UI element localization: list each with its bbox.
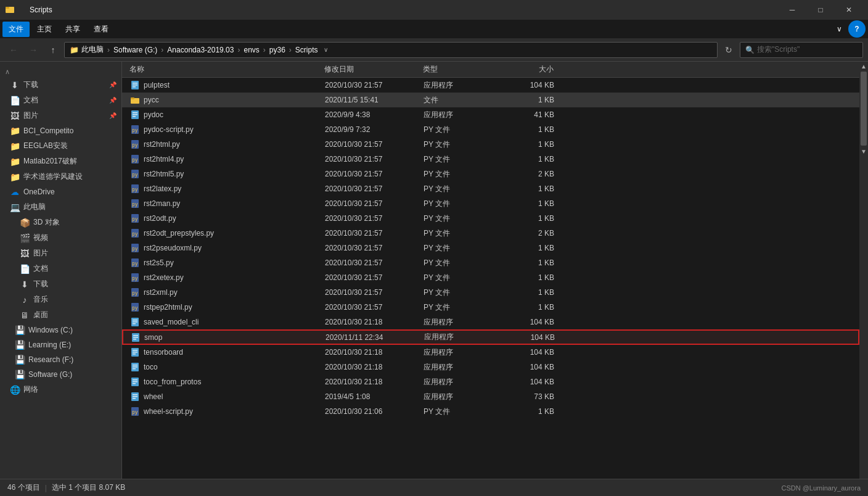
sidebar-pc-item-3[interactable]: 📄 文档 bbox=[10, 261, 121, 276]
table-row[interactable]: py rst2xetex.py 2020/10/30 21:57 PY 文件 1… bbox=[122, 270, 859, 285]
table-row[interactable]: py rst2html4.py 2020/10/30 21:57 PY 文件 1… bbox=[122, 152, 859, 167]
pc-item-label-3: 文档 bbox=[33, 263, 48, 274]
maximize-button[interactable]: □ bbox=[806, 0, 835, 20]
table-row[interactable]: pulptest 2020/10/30 21:57 应用程序 104 KB bbox=[122, 78, 859, 93]
sidebar-quick-item-5[interactable]: 📁 Matlab2017破解 bbox=[0, 154, 121, 169]
minimize-button[interactable]: ─ bbox=[778, 0, 806, 20]
breadcrumb-this-pc[interactable]: 此电脑 bbox=[81, 44, 104, 55]
col-header-size[interactable]: 大小 bbox=[497, 64, 559, 75]
sidebar-quick-item-3[interactable]: 📁 BCI_Competito bbox=[0, 123, 121, 138]
up-button[interactable]: ↑ bbox=[44, 41, 62, 59]
menu-expand[interactable]: ∨ bbox=[832, 22, 847, 36]
file-icon-3: py bbox=[130, 125, 140, 134]
breadcrumb-drive[interactable]: Software (G:) bbox=[113, 46, 157, 54]
sidebar-drive-2[interactable]: 💾 Research (F:) bbox=[5, 352, 121, 367]
scroll-up-arrow[interactable]: ▲ bbox=[859, 62, 868, 70]
table-row[interactable]: py rst2odt_prepstyles.py 2020/10/30 21:5… bbox=[122, 226, 859, 241]
table-row[interactable]: py wheel-script.py 2020/10/30 21:06 PY 文… bbox=[122, 404, 859, 419]
svg-text:py: py bbox=[132, 305, 138, 311]
table-row[interactable]: wheel 2019/4/5 1:08 应用程序 73 KB bbox=[122, 389, 859, 404]
menu-share[interactable]: 共享 bbox=[59, 22, 86, 37]
right-scrollbar[interactable]: ▲ ▼ bbox=[859, 62, 868, 479]
svg-rect-57 bbox=[133, 383, 136, 384]
col-header-date[interactable]: 修改日期 bbox=[324, 64, 423, 75]
sidebar-pc-item-0[interactable]: 📦 3D 对象 bbox=[10, 215, 121, 230]
file-size-18: 104 KB bbox=[497, 348, 559, 357]
sidebar-drive-1[interactable]: 💾 Learning (E:) bbox=[5, 337, 121, 352]
col-header-type[interactable]: 类型 bbox=[423, 64, 497, 75]
file-date-3: 2020/9/9 7:32 bbox=[325, 125, 424, 134]
refresh-button[interactable]: ↻ bbox=[720, 42, 737, 58]
sidebar-pc-item-6[interactable]: 🖥 桌面 bbox=[10, 307, 121, 323]
file-type-18: 应用程序 bbox=[424, 347, 497, 358]
table-row[interactable]: py rstpep2html.py 2020/10/30 21:57 PY 文件… bbox=[122, 300, 859, 315]
breadcrumb-anaconda[interactable]: Anaconda3-2019.03 bbox=[167, 46, 234, 54]
sidebar-quick-item-1[interactable]: 📄 文档 📌 bbox=[0, 93, 121, 108]
table-row[interactable]: py rst2s5.py 2020/10/30 21:57 PY 文件 1 KB bbox=[122, 255, 859, 270]
svg-text:py: py bbox=[132, 157, 138, 163]
svg-text:py: py bbox=[132, 143, 138, 148]
close-button[interactable]: ✕ bbox=[835, 0, 863, 20]
svg-rect-40 bbox=[133, 321, 137, 323]
pc-item-icon-1: 🎬 bbox=[20, 233, 30, 243]
table-row[interactable]: py rst2pseudoxml.py 2020/10/30 21:57 PY … bbox=[122, 241, 859, 255]
table-row[interactable]: py rst2html.py 2020/10/30 21:57 PY 文件 1 … bbox=[122, 137, 859, 152]
table-row[interactable]: py rst2odt.py 2020/10/30 21:57 PY 文件 1 K… bbox=[122, 211, 859, 226]
back-button[interactable]: ← bbox=[5, 41, 22, 59]
address-dropdown[interactable]: ∨ bbox=[321, 42, 332, 58]
file-date-7: 2020/10/30 21:57 bbox=[325, 184, 424, 193]
file-type-6: PY 文件 bbox=[424, 169, 497, 180]
address-bar[interactable]: 📁 此电脑 › Software (G:) › Anaconda3-2019.0… bbox=[64, 42, 718, 58]
table-row[interactable]: py rst2man.py 2020/10/30 21:57 PY 文件 1 K… bbox=[122, 196, 859, 211]
sidebar-pc-item-4[interactable]: ⬇ 下载 bbox=[10, 276, 121, 292]
sidebar-network[interactable]: 🌐 网络 bbox=[0, 382, 121, 397]
table-row[interactable]: py pydoc-script.py 2020/9/9 7:32 PY 文件 1… bbox=[122, 122, 859, 137]
file-date-21: 2019/4/5 1:08 bbox=[325, 392, 424, 401]
table-row[interactable]: py rst2latex.py 2020/10/30 21:57 PY 文件 1… bbox=[122, 181, 859, 196]
quick-item-icon-5: 📁 bbox=[10, 157, 20, 167]
sidebar-onedrive[interactable]: ☁ OneDrive bbox=[0, 184, 121, 199]
file-name-text-11: rst2pseudoxml.py bbox=[144, 244, 202, 252]
svg-text:py: py bbox=[132, 128, 138, 133]
sidebar-drive-0[interactable]: 💾 Windows (C:) bbox=[5, 323, 121, 337]
sidebar-this-pc[interactable]: 💻 此电脑 bbox=[0, 199, 121, 215]
menu-file[interactable]: 文件 bbox=[2, 22, 30, 37]
breadcrumb-py36[interactable]: py36 bbox=[269, 46, 285, 54]
file-name-text-12: rst2s5.py bbox=[144, 258, 174, 267]
sidebar-drive-3[interactable]: 💾 Software (G:) bbox=[5, 367, 121, 382]
help-button[interactable]: ? bbox=[848, 20, 866, 38]
file-size-22: 1 KB bbox=[497, 407, 559, 416]
table-row[interactable]: pycc 2020/11/5 15:41 文件 1 KB bbox=[122, 93, 859, 107]
search-bar[interactable]: 🔍 搜索"Scripts" bbox=[740, 42, 863, 58]
sidebar-quick-item-6[interactable]: 📁 学术道德学风建设 bbox=[0, 169, 121, 184]
sidebar-pc-item-5[interactable]: ♪ 音乐 bbox=[10, 292, 121, 307]
table-row[interactable]: toco_from_protos 2020/10/30 21:18 应用程序 1… bbox=[122, 374, 859, 389]
sidebar-quick-item-2[interactable]: 🖼 图片 📌 bbox=[0, 108, 121, 123]
table-row[interactable]: py rst2xml.py 2020/10/30 21:57 PY 文件 1 K… bbox=[122, 285, 859, 300]
breadcrumb-scripts[interactable]: Scripts bbox=[295, 46, 318, 54]
sidebar-pc-item-1[interactable]: 🎬 视频 bbox=[10, 230, 121, 246]
menu-home[interactable]: 主页 bbox=[31, 22, 58, 37]
menu-view[interactable]: 查看 bbox=[88, 22, 115, 37]
sidebar-pc-item-2[interactable]: 🖼 图片 bbox=[10, 246, 121, 261]
col-header-name[interactable]: 名称 bbox=[127, 64, 324, 75]
table-row[interactable]: toco 2020/10/30 21:18 应用程序 104 KB bbox=[122, 360, 859, 374]
sidebar-quick-item-4[interactable]: 📁 EEGLAB安装 bbox=[0, 138, 121, 154]
table-row[interactable]: pydoc 2020/9/9 4:38 应用程序 41 KB bbox=[122, 107, 859, 122]
breadcrumb-envs[interactable]: envs bbox=[244, 46, 259, 54]
pin-icon-1: 📌 bbox=[109, 97, 117, 104]
table-row[interactable]: tensorboard 2020/10/30 21:18 应用程序 104 KB bbox=[122, 345, 859, 360]
sidebar-quick-item-0[interactable]: ⬇ 下载 📌 bbox=[0, 77, 121, 93]
file-area: 名称 修改日期 类型 大小 pulptest 2020/10/30 21:57 … bbox=[122, 62, 859, 479]
table-row[interactable]: smop 2020/11/11 22:34 应用程序 104 KB bbox=[122, 329, 859, 345]
file-date-4: 2020/10/30 21:57 bbox=[325, 140, 424, 149]
file-name-text-18: tensorboard bbox=[144, 348, 183, 357]
svg-rect-51 bbox=[133, 365, 137, 366]
table-row[interactable]: saved_model_cli 2020/10/30 21:18 应用程序 10… bbox=[122, 315, 859, 329]
scroll-down-arrow[interactable]: ▼ bbox=[859, 147, 868, 155]
svg-rect-59 bbox=[133, 394, 137, 395]
forward-button[interactable]: → bbox=[25, 41, 42, 59]
scroll-thumb[interactable] bbox=[861, 72, 867, 146]
table-row[interactable]: py rst2html5.py 2020/10/30 21:57 PY 文件 2… bbox=[122, 167, 859, 181]
file-icon-7: py bbox=[130, 184, 140, 194]
